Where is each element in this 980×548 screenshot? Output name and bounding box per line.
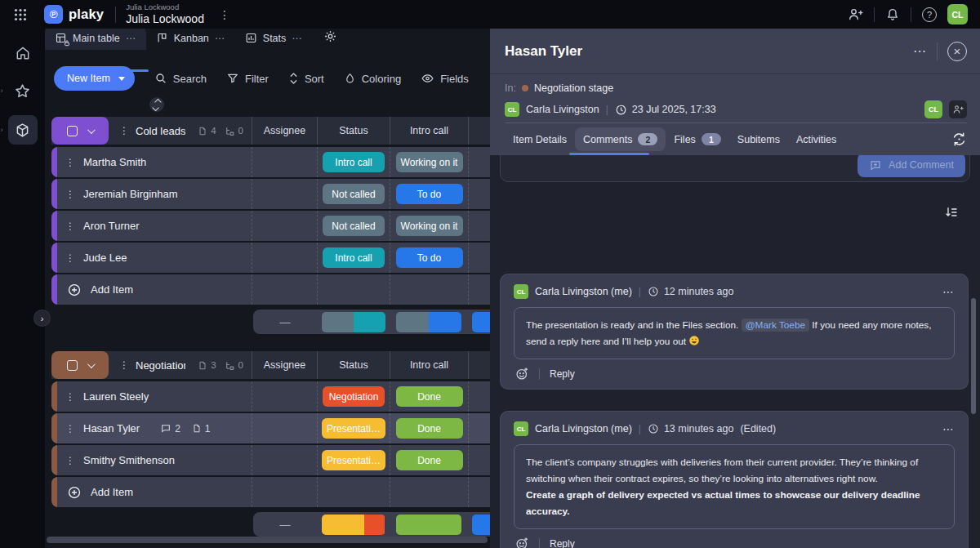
tab-kanban[interactable]: Kanban ⋯: [146, 29, 235, 50]
column-header-assignee[interactable]: Assignee: [252, 117, 317, 145]
status-chip[interactable]: Presentati…: [322, 418, 385, 439]
drag-handle-icon[interactable]: ⋮: [65, 455, 74, 466]
column-header-assignee[interactable]: Assignee: [252, 351, 317, 379]
column-header-status[interactable]: Status: [317, 117, 390, 145]
drag-handle-icon[interactable]: ⋮: [65, 221, 74, 232]
item-name[interactable]: Smithy Smithenson: [83, 454, 175, 466]
intro-call-cell[interactable]: Done: [390, 381, 468, 412]
close-panel-icon[interactable]: ×: [947, 42, 967, 61]
table-row[interactable]: ⋮Aron Turner Not called Working on it: [51, 211, 490, 241]
plaky-logo-icon[interactable]: ℗: [44, 5, 63, 24]
assignee-cell[interactable]: [252, 147, 317, 177]
intro-call-cell[interactable]: Done: [390, 445, 468, 475]
status-cell[interactable]: Not called: [317, 179, 390, 209]
status-cell[interactable]: Presentati…: [317, 413, 390, 443]
status-summary-bar[interactable]: [317, 312, 390, 332]
intro-call-cell[interactable]: Working on it: [390, 147, 468, 177]
group-select-control[interactable]: [51, 351, 109, 379]
files-count-badge[interactable]: 1: [192, 423, 211, 434]
add-item-row[interactable]: Add Item: [51, 274, 490, 305]
creator-avatar[interactable]: CL: [505, 102, 519, 117]
comment-menu-icon[interactable]: ⋯: [942, 285, 955, 298]
sort-button[interactable]: Sort: [288, 72, 324, 85]
new-item-dropdown-icon[interactable]: [118, 77, 125, 81]
item-name[interactable]: Hasan Tyler: [83, 422, 140, 434]
sidebar-expand-icon[interactable]: ›: [34, 310, 50, 326]
drag-handle-icon[interactable]: ⋮: [65, 189, 74, 200]
sort-comments-icon[interactable]: [944, 206, 959, 219]
intro-call-chip[interactable]: Done: [396, 386, 463, 407]
status-chip[interactable]: Presentati…: [322, 450, 385, 470]
tab-subitems[interactable]: Subitems: [729, 128, 788, 151]
status-chip[interactable]: Not called: [323, 184, 385, 204]
watcher-avatar[interactable]: CL: [924, 100, 942, 118]
tab-stats-menu-icon[interactable]: ⋯: [292, 33, 302, 44]
reply-button[interactable]: Reply: [550, 368, 575, 380]
fields-button[interactable]: Fields: [421, 72, 469, 85]
coloring-button[interactable]: Coloring: [344, 72, 401, 85]
item-name[interactable]: Lauren Steely: [83, 390, 149, 403]
item-name[interactable]: Martha Smith: [83, 156, 146, 168]
sidebar-item-boards[interactable]: ›: [8, 115, 38, 145]
group-collapse-icon[interactable]: [87, 126, 96, 134]
status-chip[interactable]: Intro call: [323, 247, 385, 268]
tab-main-table[interactable]: Main table ⋯: [45, 29, 146, 50]
add-reaction-icon[interactable]: [515, 367, 529, 381]
creator-name[interactable]: Carla Livingston: [526, 104, 599, 115]
assignee-cell[interactable]: [252, 413, 317, 443]
group-collapse-icon[interactable]: [87, 360, 96, 368]
group-checkbox[interactable]: [67, 360, 78, 371]
table-row[interactable]: ⋮Lauren Steely Negotiation Done: [51, 381, 490, 412]
drag-handle-icon[interactable]: ⋮: [65, 252, 74, 264]
table-row-selected[interactable]: ⋮ Hasan Tyler 2 1 Presentati…: [51, 413, 490, 443]
status-cell[interactable]: Intro call: [317, 243, 390, 273]
group-name[interactable]: Negotiation st…: [136, 359, 185, 372]
add-watcher-icon[interactable]: [949, 100, 967, 118]
expand-boards-icon[interactable]: ›: [1, 126, 3, 134]
drag-handle-icon[interactable]: ⋮: [65, 157, 74, 168]
status-chip[interactable]: Intro call: [323, 152, 385, 172]
table-row[interactable]: ⋮Martha Smith Intro call Working on it: [51, 147, 490, 177]
sidebar-item-favorites[interactable]: ›: [8, 78, 38, 104]
intro-call-chip[interactable]: Working on it: [396, 152, 463, 172]
intro-call-chip[interactable]: Working on it: [396, 216, 463, 236]
status-chip[interactable]: Not called: [323, 216, 385, 236]
drag-handle-icon[interactable]: ⋮: [119, 359, 128, 371]
column-header-intro-call[interactable]: Intro call: [390, 117, 468, 145]
vertical-scrollbar[interactable]: [971, 298, 976, 414]
notifications-bell-icon[interactable]: [885, 7, 900, 22]
collapse-all-button[interactable]: [149, 97, 164, 112]
filter-button[interactable]: Filter: [226, 72, 269, 85]
tab-main-table-menu-icon[interactable]: ⋯: [126, 33, 136, 44]
assignee-cell[interactable]: [252, 211, 317, 241]
panel-menu-icon[interactable]: ⋯: [913, 43, 927, 59]
intro-call-chip[interactable]: Done: [396, 450, 463, 470]
intro-call-chip[interactable]: To do: [396, 184, 463, 204]
tab-files[interactable]: Files 1: [666, 127, 728, 151]
tab-activities[interactable]: Activities: [788, 128, 844, 151]
table-row[interactable]: ⋮Jeremiah Birginham Not called To do: [51, 179, 490, 209]
views-settings-gear-icon[interactable]: [323, 29, 337, 50]
status-chip[interactable]: Negotiation: [323, 386, 385, 407]
intro-summary-bar[interactable]: [390, 312, 468, 332]
intro-call-chip[interactable]: To do: [396, 247, 463, 268]
horizontal-scrollbar[interactable]: [47, 537, 488, 543]
user-mention[interactable]: @Mark Toebe: [742, 319, 809, 332]
sidebar-item-home[interactable]: [8, 40, 38, 66]
table-row[interactable]: ⋮Jude Lee Intro call To do: [51, 243, 490, 273]
status-summary-bar[interactable]: [317, 515, 390, 535]
status-cell[interactable]: Intro call: [317, 147, 390, 177]
comments-count-badge[interactable]: 2: [160, 423, 180, 434]
drag-handle-icon[interactable]: ⋮: [65, 391, 74, 403]
group-title[interactable]: ⋮ Cold leads 4 0: [109, 117, 252, 145]
item-group-name[interactable]: Negotiation stage: [534, 82, 613, 94]
board-menu-icon[interactable]: ⋮: [219, 8, 230, 21]
user-avatar[interactable]: CL: [947, 4, 968, 25]
workspace-switcher[interactable]: Julia Lockwood Julia Lockwood: [126, 3, 204, 25]
group-name[interactable]: Cold leads: [136, 125, 185, 137]
app-name[interactable]: plaky: [69, 7, 104, 22]
assignee-cell[interactable]: [252, 179, 317, 209]
item-name[interactable]: Jeremiah Birginham: [83, 188, 178, 200]
reply-button[interactable]: Reply: [550, 538, 575, 548]
expand-favorites-icon[interactable]: ›: [1, 87, 3, 95]
